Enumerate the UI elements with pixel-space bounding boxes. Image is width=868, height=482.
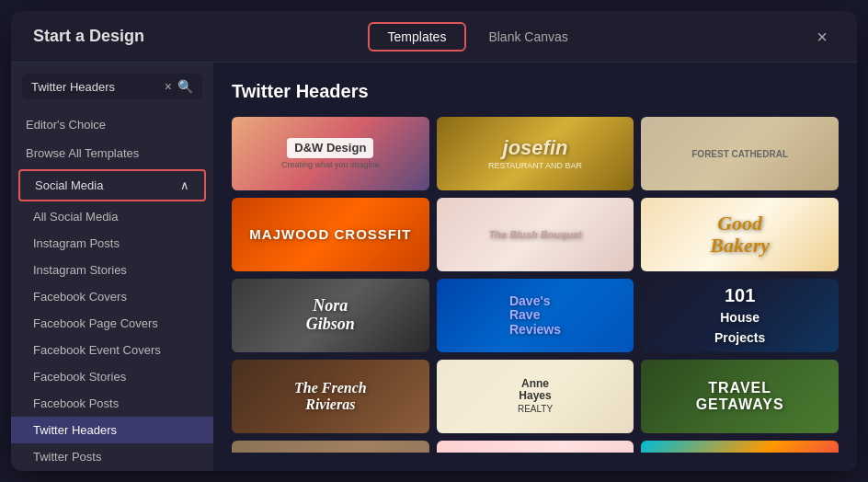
search-bar[interactable]: Twitter Headers × 🔍 [22,74,202,99]
template-card[interactable]: MAJWOOD CROSSFIT [232,198,429,271]
sidebar-item-facebook-page-covers[interactable]: Facebook Page Covers [11,310,213,337]
content-title: Twitter Headers [232,81,839,102]
template-card[interactable]: STARTUP STARSPODCAST [641,441,839,453]
sidebar-item-twitter-posts[interactable]: Twitter Posts [11,443,213,470]
template-card[interactable]: GoodBakery [641,198,839,271]
sidebar-item-instagram-posts[interactable]: Instagram Posts [11,230,213,257]
tab-templates[interactable]: Templates [368,22,467,52]
template-card[interactable]: Dave'sRaveReviews [437,279,634,352]
sidebar-item-facebook-posts[interactable]: Facebook Posts [11,390,213,417]
sidebar-item-editors-choice[interactable]: Editor's Choice [11,110,213,139]
sidebar: Twitter Headers × 🔍 Editor's Choice Brow… [11,63,213,471]
template-card[interactable]: The Blush Bouquet [437,198,634,271]
template-card[interactable]: The BlushBouquet Wedding planning made e… [437,441,634,453]
sidebar-item-twitter-headers[interactable]: Twitter Headers [11,417,213,443]
search-input[interactable]: Twitter Headers [31,80,159,94]
sidebar-item-facebook-covers[interactable]: Facebook Covers [11,283,213,310]
sidebar-item-facebook-event-covers[interactable]: Facebook Event Covers [11,337,213,363]
template-card[interactable]: D&W Design Creating what you imagine [232,117,429,190]
template-card[interactable]: FOREST CATHEDRAL [641,117,839,190]
template-grid-wrapper: D&W Design Creating what you imagine jos… [232,117,839,453]
template-card[interactable]: Hemsworth College [232,441,429,453]
template-card[interactable]: josefin RESTAURANT AND BAR [437,117,634,190]
content-area: Twitter Headers D&W Design Creating what… [213,63,857,471]
chevron-up-icon: ∧ [180,178,189,192]
modal-body: Twitter Headers × 🔍 Editor's Choice Brow… [11,63,857,471]
search-icon[interactable]: 🔍 [177,79,193,94]
template-card[interactable]: The FrenchRivieras [232,360,429,433]
header-tabs: Templates Blank Canvas [368,22,587,52]
sidebar-item-facebook-stories[interactable]: Facebook Stories [11,363,213,390]
close-button[interactable]: × [809,24,835,50]
template-grid: D&W Design Creating what you imagine jos… [232,117,839,453]
template-card[interactable]: 101HouseProjects [641,279,839,352]
template-card[interactable]: NoraGibson [232,279,429,352]
sidebar-item-all-social-media[interactable]: All Social Media [11,203,213,230]
modal-title: Start a Design [33,27,144,46]
template-card[interactable]: TRAVELGETAWAYS [641,360,839,433]
modal-header: Start a Design Templates Blank Canvas × [11,11,857,63]
sidebar-item-instagram-stories[interactable]: Instagram Stories [11,257,213,283]
tab-blank-canvas[interactable]: Blank Canvas [470,22,586,52]
start-a-design-modal: Start a Design Templates Blank Canvas × … [11,11,857,471]
sidebar-section-social-media[interactable]: Social Media ∧ [18,169,206,201]
sidebar-item-browse-all[interactable]: Browse All Templates [11,139,213,167]
sidebar-section-label: Social Media [35,178,103,192]
clear-icon[interactable]: × [165,79,172,94]
template-card[interactable]: AnneHayesREALTY [437,360,634,433]
